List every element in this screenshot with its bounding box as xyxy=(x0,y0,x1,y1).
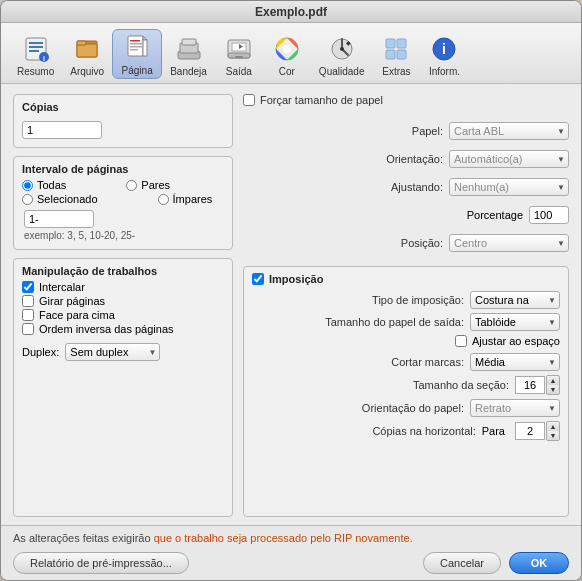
radio-pares[interactable]: Pares xyxy=(126,179,170,191)
checkbox-face-cima[interactable]: Face para cima xyxy=(22,309,224,321)
copias-input-h[interactable] xyxy=(515,422,545,440)
saida-icon xyxy=(223,33,255,65)
ajustando-row: Ajustando: Nenhum(a) xyxy=(243,178,569,196)
svg-rect-2 xyxy=(29,46,43,48)
range-input[interactable] xyxy=(24,210,94,228)
duplex-select[interactable]: Sem duplex Frente e verso Livro xyxy=(65,343,160,361)
toolbar: i Resumo Arquivo xyxy=(1,23,581,84)
secao-label: Tamanho da seção: xyxy=(359,379,509,391)
cortar-marcas-row: Cortar marcas: Média xyxy=(252,353,560,371)
titlebar: Exemplo.pdf xyxy=(1,1,581,23)
copias-horizontal-row: Cópias na horizontal: Para ▲ ▼ xyxy=(252,421,560,441)
manipulacao-title: Manipulação de trabalhos xyxy=(22,265,224,277)
toolbar-item-inform[interactable]: i Inform. xyxy=(420,31,468,79)
svg-point-27 xyxy=(340,47,344,51)
toolbar-item-resumo[interactable]: i Resumo xyxy=(9,31,62,79)
imposicao-checkbox[interactable] xyxy=(252,273,264,285)
copias-para-label: Para xyxy=(482,425,505,437)
tipo-imposicao-label: Tipo de imposição: xyxy=(314,294,464,306)
papel-select[interactable]: Carta ABL xyxy=(449,122,569,140)
right-panel: Forçar tamanho de papel Papel: Carta ABL… xyxy=(243,94,569,517)
secao-input[interactable] xyxy=(515,376,545,394)
forcar-row-top: Forçar tamanho de papel xyxy=(243,94,569,112)
orientacao-papel-select[interactable]: Retrato xyxy=(470,399,560,417)
toolbar-item-extras[interactable]: Extras xyxy=(372,31,420,79)
intervalo-section: Intervalo de páginas Todas Pares Selecio… xyxy=(13,156,233,250)
secao-row: Tamanho da seção: ▲ ▼ xyxy=(252,375,560,395)
toolbar-label-arquivo: Arquivo xyxy=(70,66,104,77)
ok-button[interactable]: OK xyxy=(509,552,569,574)
ajustar-checkbox[interactable] xyxy=(455,335,467,347)
toolbar-item-saida[interactable]: Saída xyxy=(215,31,263,79)
radio-selecionado-label: Selecionado xyxy=(37,193,98,205)
checkbox-ordem-inversa[interactable]: Ordem inversa das páginas xyxy=(22,323,224,335)
inform-icon: i xyxy=(428,33,460,65)
forcar-checkbox-row[interactable]: Forçar tamanho de papel xyxy=(243,94,569,106)
tamanho-saida-label: Tamanho do papel de saída: xyxy=(314,316,464,328)
ajustando-select[interactable]: Nenhum(a) xyxy=(449,178,569,196)
arquivo-icon xyxy=(71,33,103,65)
svg-marker-10 xyxy=(143,36,147,40)
svg-text:i: i xyxy=(443,41,447,57)
checkbox-intercalar-label: Intercalar xyxy=(39,281,85,293)
svg-rect-1 xyxy=(29,42,43,44)
radio-todas[interactable]: Todas xyxy=(22,179,66,191)
checkbox-girar[interactable]: Girar páginas xyxy=(22,295,224,307)
tamanho-saida-select-wrapper: Tablóide xyxy=(470,313,560,331)
tipo-imposicao-select-wrapper: Costura na xyxy=(470,291,560,309)
svg-rect-15 xyxy=(130,49,138,51)
toolbar-item-cor[interactable]: Cor xyxy=(263,31,311,79)
secao-decrement[interactable]: ▼ xyxy=(547,385,559,394)
toolbar-label-resumo: Resumo xyxy=(17,66,54,77)
cancelar-button[interactable]: Cancelar xyxy=(423,552,501,574)
copias-stepper: ▲ ▼ xyxy=(515,421,560,441)
intervalo-title: Intervalo de páginas xyxy=(22,163,224,175)
cor-icon xyxy=(271,33,303,65)
qualidade-icon: ◆ xyxy=(326,33,358,65)
toolbar-item-qualidade[interactable]: ◆ Qualidade xyxy=(311,31,373,79)
copias-increment[interactable]: ▲ xyxy=(547,422,559,431)
porcentagem-input[interactable] xyxy=(529,206,569,224)
copias-decrement[interactable]: ▼ xyxy=(547,431,559,440)
imposicao-section: Imposição Tipo de imposição: Costura na … xyxy=(243,266,569,517)
range-hint: exemplo: 3, 5, 10-20, 25- xyxy=(24,230,224,241)
copias-stepper-btns: ▲ ▼ xyxy=(546,421,560,441)
checkbox-girar-label: Girar páginas xyxy=(39,295,105,307)
svg-rect-8 xyxy=(77,41,86,45)
secao-increment[interactable]: ▲ xyxy=(547,376,559,385)
papel-select-wrapper: Carta ABL xyxy=(449,122,569,140)
copias-section: Cópias xyxy=(13,94,233,148)
svg-rect-18 xyxy=(182,39,196,45)
toolbar-label-extras: Extras xyxy=(382,66,410,77)
posicao-row: Posição: Centro xyxy=(243,234,569,252)
toolbar-item-bandeja[interactable]: Bandeja xyxy=(162,31,215,79)
forcar-label: Forçar tamanho de papel xyxy=(260,94,383,106)
copias-input[interactable] xyxy=(22,121,102,139)
radio-impares[interactable]: Ímpares xyxy=(158,193,213,205)
svg-rect-30 xyxy=(397,39,406,48)
toolbar-item-arquivo[interactable]: Arquivo xyxy=(62,31,112,79)
toolbar-label-bandeja: Bandeja xyxy=(170,66,207,77)
orientacao-select[interactable]: Automático(a) xyxy=(449,150,569,168)
tipo-imposicao-select[interactable]: Costura na xyxy=(470,291,560,309)
forcar-checkbox[interactable] xyxy=(243,94,255,106)
duplex-select-wrapper: Sem duplex Frente e verso Livro xyxy=(65,343,160,361)
checkbox-intercalar[interactable]: Intercalar xyxy=(22,281,224,293)
toolbar-item-pagina[interactable]: Página xyxy=(112,29,162,79)
ajustando-label: Ajustando: xyxy=(353,181,443,193)
posicao-select[interactable]: Centro xyxy=(449,234,569,252)
toolbar-label-qualidade: Qualidade xyxy=(319,66,365,77)
radio-selecionado[interactable]: Selecionado xyxy=(22,193,98,205)
duplex-label: Duplex: xyxy=(22,346,59,358)
ajustar-checkbox-row[interactable]: Ajustar ao espaço xyxy=(455,335,560,347)
svg-text:◆: ◆ xyxy=(346,40,351,46)
left-panel: Cópias Intervalo de páginas Todas Pares xyxy=(13,94,233,517)
relatorio-button[interactable]: Relatório de pré-impressão... xyxy=(13,552,189,574)
duplex-row: Duplex: Sem duplex Frente e verso Livro xyxy=(22,343,224,361)
tamanho-saida-select[interactable]: Tablóide xyxy=(470,313,560,331)
svg-rect-7 xyxy=(77,44,97,57)
bandeja-icon xyxy=(173,33,205,65)
cortar-marcas-select[interactable]: Média xyxy=(470,353,560,371)
svg-rect-21 xyxy=(235,56,243,58)
cortar-marcas-select-wrapper: Média xyxy=(470,353,560,371)
